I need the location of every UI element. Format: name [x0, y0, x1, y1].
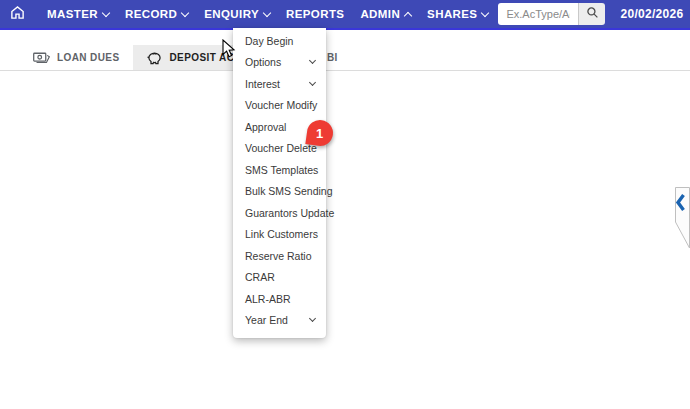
menu-item-year-end[interactable]: Year End — [233, 310, 326, 332]
menu-item-label: Reserve Ratio — [245, 250, 312, 262]
nav-item-label: RECORD — [125, 8, 177, 20]
nav-item-label: SHARES — [427, 8, 477, 20]
annotation-badge-value: 1 — [316, 125, 323, 140]
chevron-down-icon — [309, 57, 316, 64]
admin-dropdown-menu: Day Begin Options Interest Voucher Modif… — [233, 28, 326, 338]
nav-item-label: REPORTS — [286, 8, 344, 20]
nav-item-label: ENQUIRY — [204, 8, 259, 20]
menu-item-label: CRAR — [245, 271, 275, 283]
search-input[interactable] — [498, 3, 578, 25]
nav-item-shares[interactable]: SHARES — [427, 8, 488, 20]
menu-item-label: Link Customers — [245, 228, 318, 240]
menu-item-label: Interest — [245, 78, 280, 90]
menu-item-label: Year End — [245, 314, 288, 326]
chevron-down-icon — [309, 79, 316, 86]
home-icon — [10, 5, 25, 24]
menu-item-crar[interactable]: CRAR — [233, 267, 326, 289]
side-panel-handle[interactable] — [671, 186, 690, 254]
menu-item-label: Bulk SMS Sending — [245, 185, 333, 197]
piggy-bank-icon — [146, 51, 163, 65]
menu-item-options[interactable]: Options — [233, 52, 326, 74]
nav-item-record[interactable]: RECORD — [125, 8, 188, 20]
menu-item-sms-templates[interactable]: SMS Templates — [233, 159, 326, 181]
menu-item-label: Voucher Modify — [245, 99, 317, 111]
nav-item-master[interactable]: MASTER — [47, 8, 109, 20]
nav-item-enquiry[interactable]: ENQUIRY — [204, 8, 270, 20]
chevron-down-icon — [481, 8, 489, 16]
search-button[interactable] — [578, 3, 605, 25]
nav-item-label: ADMIN — [360, 8, 400, 20]
nav-item-admin[interactable]: ADMIN — [360, 8, 411, 20]
tab-label: BI — [327, 52, 338, 63]
menu-item-reserve-ratio[interactable]: Reserve Ratio — [233, 245, 326, 267]
search-box — [498, 3, 605, 25]
menu-item-day-begin[interactable]: Day Begin — [233, 30, 326, 52]
menu-item-voucher-modify[interactable]: Voucher Modify — [233, 95, 326, 117]
chevron-down-icon — [309, 315, 316, 322]
app-root: MASTER RECORD ENQUIRY REPORTS ADMIN SHAR… — [0, 0, 690, 409]
chevron-down-icon — [263, 8, 271, 16]
tab-loan-dues[interactable]: LOAN DUES — [20, 45, 133, 70]
nav-item-reports[interactable]: REPORTS — [286, 8, 344, 20]
topbar: MASTER RECORD ENQUIRY REPORTS ADMIN SHAR… — [0, 0, 690, 30]
search-icon — [586, 6, 599, 22]
menu-item-link-customers[interactable]: Link Customers — [233, 224, 326, 246]
menu-item-alr-abr[interactable]: ALR-ABR — [233, 288, 326, 310]
menu-item-label: Guarantors Update — [245, 207, 334, 219]
main-nav: MASTER RECORD ENQUIRY REPORTS ADMIN SHAR… — [31, 8, 488, 20]
date-display: 20/02/2026 — [620, 7, 683, 21]
menu-item-label: SMS Templates — [245, 164, 318, 176]
nav-item-label: MASTER — [47, 8, 98, 20]
menu-item-label: Options — [245, 56, 281, 68]
home-button[interactable] — [10, 5, 25, 24]
chevron-down-icon — [181, 8, 189, 16]
menu-item-label: Day Begin — [245, 35, 293, 47]
menu-item-guarantors-update[interactable]: Guarantors Update — [233, 202, 326, 224]
menu-item-bulk-sms-sending[interactable]: Bulk SMS Sending — [233, 181, 326, 203]
menu-item-label: Approval — [245, 121, 286, 133]
tab-bar: LOAN DUES DEPOSIT ACCOUNTS BI — [0, 32, 690, 71]
chevron-up-icon — [404, 11, 412, 19]
menu-item-interest[interactable]: Interest — [233, 73, 326, 95]
menu-item-label: ALR-ABR — [245, 293, 291, 305]
chevron-down-icon — [102, 8, 110, 16]
cash-icon — [33, 51, 50, 64]
tab-label: LOAN DUES — [57, 52, 120, 63]
